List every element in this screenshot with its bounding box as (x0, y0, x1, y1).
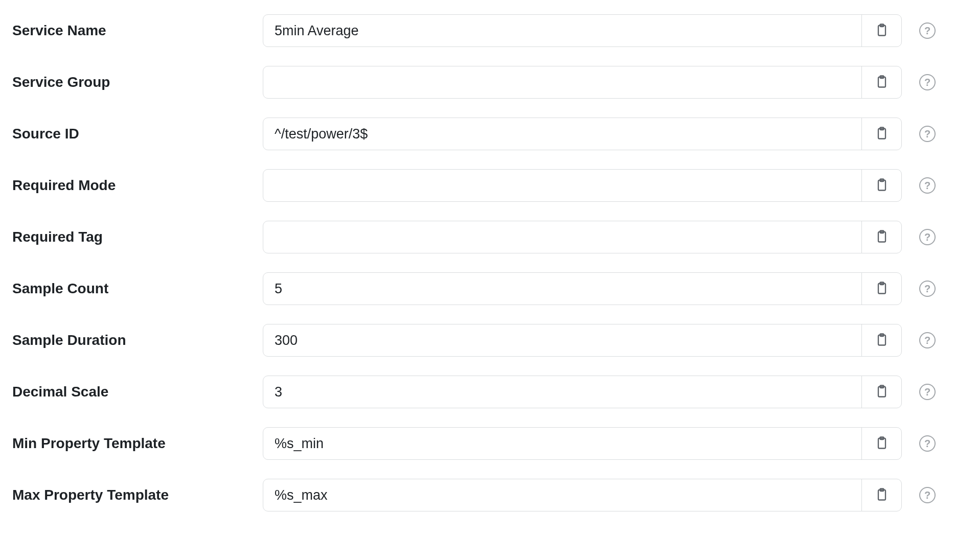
input-wrap-required-tag (263, 221, 902, 253)
help-icon: ? (924, 386, 930, 398)
input-wrap-service-name (263, 14, 902, 47)
help-button-sample-count[interactable]: ? (919, 281, 936, 297)
clipboard-button-service-name[interactable] (861, 15, 901, 46)
input-wrap-decimal-scale (263, 376, 902, 408)
clipboard-button-source-id[interactable] (861, 118, 901, 150)
clipboard-button-required-mode[interactable] (861, 170, 901, 201)
help-icon: ? (924, 25, 930, 37)
clipboard-button-max-property-template[interactable] (861, 479, 901, 511)
input-wrap-required-mode (263, 169, 902, 202)
clipboard-icon (875, 384, 889, 400)
input-wrap-min-property-template (263, 427, 902, 460)
row-required-mode: Required Mode ? (12, 169, 943, 202)
label-decimal-scale: Decimal Scale (12, 384, 253, 400)
input-sample-duration[interactable] (263, 324, 861, 356)
input-required-mode[interactable] (263, 170, 861, 201)
input-min-property-template[interactable] (263, 428, 861, 459)
help-col-sample-duration: ? (912, 332, 943, 348)
help-icon: ? (924, 180, 930, 192)
label-max-property-template: Max Property Template (12, 487, 253, 503)
settings-form: Service Name ? Service Group ? (12, 14, 943, 511)
clipboard-icon (875, 126, 889, 142)
clipboard-icon (875, 333, 889, 348)
row-service-group: Service Group ? (12, 66, 943, 99)
help-col-decimal-scale: ? (912, 384, 943, 400)
help-col-source-id: ? (912, 126, 943, 142)
help-icon: ? (924, 335, 930, 346)
help-col-sample-count: ? (912, 281, 943, 297)
label-min-property-template: Min Property Template (12, 435, 253, 452)
help-button-service-name[interactable]: ? (919, 22, 936, 39)
input-wrap-source-id (263, 118, 902, 150)
help-icon: ? (924, 283, 930, 295)
clipboard-button-sample-count[interactable] (861, 273, 901, 305)
input-decimal-scale[interactable] (263, 376, 861, 408)
input-wrap-max-property-template (263, 479, 902, 511)
row-service-name: Service Name ? (12, 14, 943, 47)
label-required-tag: Required Tag (12, 229, 253, 245)
input-service-name[interactable] (263, 15, 861, 46)
clipboard-icon (875, 178, 889, 194)
help-icon: ? (924, 438, 930, 450)
input-max-property-template[interactable] (263, 479, 861, 511)
help-button-min-property-template[interactable]: ? (919, 435, 936, 452)
help-col-service-group: ? (912, 74, 943, 90)
help-icon: ? (924, 489, 930, 501)
row-sample-duration: Sample Duration ? (12, 324, 943, 357)
clipboard-button-required-tag[interactable] (861, 221, 901, 253)
input-sample-count[interactable] (263, 273, 861, 305)
label-required-mode: Required Mode (12, 177, 253, 194)
clipboard-icon (875, 487, 889, 503)
clipboard-icon (875, 23, 889, 39)
help-button-required-tag[interactable]: ? (919, 229, 936, 245)
clipboard-icon (875, 75, 889, 90)
input-required-tag[interactable] (263, 221, 861, 253)
help-button-required-mode[interactable]: ? (919, 177, 936, 194)
row-required-tag: Required Tag ? (12, 221, 943, 253)
help-icon: ? (924, 77, 930, 88)
clipboard-icon (875, 436, 889, 452)
row-sample-count: Sample Count ? (12, 272, 943, 305)
clipboard-icon (875, 229, 889, 245)
help-button-sample-duration[interactable]: ? (919, 332, 936, 348)
help-icon: ? (924, 128, 930, 140)
help-button-max-property-template[interactable]: ? (919, 487, 936, 503)
help-col-required-tag: ? (912, 229, 943, 245)
help-button-service-group[interactable]: ? (919, 74, 936, 90)
help-button-source-id[interactable]: ? (919, 126, 936, 142)
input-wrap-sample-duration (263, 324, 902, 357)
clipboard-button-min-property-template[interactable] (861, 428, 901, 459)
input-service-group[interactable] (263, 66, 861, 98)
row-max-property-template: Max Property Template ? (12, 479, 943, 511)
help-col-min-property-template: ? (912, 435, 943, 452)
label-sample-duration: Sample Duration (12, 332, 253, 348)
label-service-group: Service Group (12, 74, 253, 90)
help-icon: ? (924, 231, 930, 243)
label-source-id: Source ID (12, 126, 253, 142)
label-service-name: Service Name (12, 22, 253, 39)
help-col-service-name: ? (912, 22, 943, 39)
clipboard-button-service-group[interactable] (861, 66, 901, 98)
clipboard-icon (875, 281, 889, 297)
clipboard-button-sample-duration[interactable] (861, 324, 901, 356)
row-decimal-scale: Decimal Scale ? (12, 376, 943, 408)
input-wrap-service-group (263, 66, 902, 99)
help-button-decimal-scale[interactable]: ? (919, 384, 936, 400)
clipboard-button-decimal-scale[interactable] (861, 376, 901, 408)
label-sample-count: Sample Count (12, 281, 253, 297)
help-col-max-property-template: ? (912, 487, 943, 503)
row-source-id: Source ID ? (12, 118, 943, 150)
input-source-id[interactable] (263, 118, 861, 150)
input-wrap-sample-count (263, 272, 902, 305)
row-min-property-template: Min Property Template ? (12, 427, 943, 460)
help-col-required-mode: ? (912, 177, 943, 194)
